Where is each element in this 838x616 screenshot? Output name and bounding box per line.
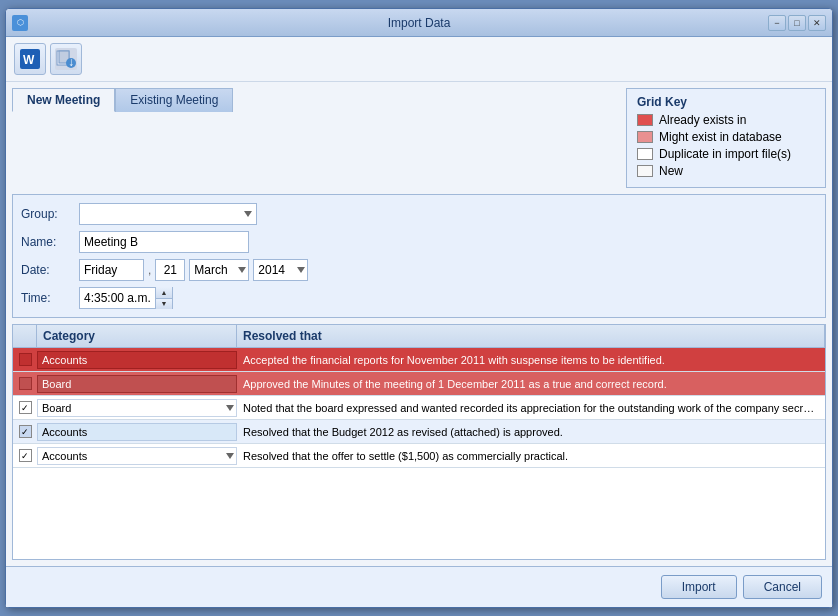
title-buttons: − □ ✕	[768, 15, 826, 31]
col-header-category: Category	[37, 325, 237, 347]
minimize-button[interactable]: −	[768, 15, 786, 31]
key-color-red	[637, 114, 653, 126]
table-row: Accounts Accepted the financial reports …	[13, 348, 825, 372]
row-3-category-select[interactable]: Board	[37, 399, 237, 417]
row-5-category-select[interactable]: Accounts	[37, 447, 237, 465]
time-row: Time: ▲ ▼	[21, 287, 817, 309]
grid-key-item-red: Already exists in	[637, 113, 815, 127]
table-row: Board Approved the Minutes of the meetin…	[13, 372, 825, 396]
row-3-check-cell: ✓	[13, 401, 37, 414]
window-title: Import Data	[388, 16, 451, 30]
date-year-select[interactable]: 2014 2013 2015	[253, 259, 308, 281]
row-5-resolved-cell: Resolved that the offer to settle ($1,50…	[237, 447, 825, 465]
date-separator-1: ,	[148, 263, 151, 277]
row-1-checkbox[interactable]	[19, 353, 32, 366]
date-day-input[interactable]	[79, 259, 144, 281]
name-label: Name:	[21, 235, 71, 249]
row-3-category-cell: Board	[37, 399, 237, 417]
row-2-checkbox[interactable]	[19, 377, 32, 390]
row-4-checkbox[interactable]: ✓	[19, 425, 32, 438]
row-5-check-cell: ✓	[13, 449, 37, 462]
time-spinner: ▲ ▼	[79, 287, 173, 309]
content-area: New Meeting Existing Meeting Grid Key Al…	[6, 82, 832, 566]
spinner-buttons: ▲ ▼	[155, 287, 172, 309]
grid-header: Category Resolved that	[13, 325, 825, 348]
title-bar-left: ⬡	[12, 15, 28, 31]
name-row: Name:	[21, 231, 817, 253]
row-1-category-select[interactable]: Accounts	[37, 351, 237, 369]
col-header-check	[13, 325, 37, 347]
grid-body: Accounts Accepted the financial reports …	[13, 348, 825, 559]
key-color-new	[637, 165, 653, 177]
grid-key-item-pink: Might exist in database	[637, 130, 815, 144]
date-num-input[interactable]	[155, 259, 185, 281]
table-row: ✓ Board Noted that the board expressed a…	[13, 396, 825, 420]
col-header-resolved: Resolved that	[237, 325, 825, 347]
name-input[interactable]	[79, 231, 249, 253]
import-icon[interactable]: ↓	[50, 43, 82, 75]
toolbar: W ↓	[6, 37, 832, 82]
date-month-select[interactable]: March January February April	[189, 259, 249, 281]
key-color-white	[637, 148, 653, 160]
footer: Import Cancel	[6, 566, 832, 607]
row-1-category-cell: Accounts	[37, 351, 237, 369]
spinner-up-button[interactable]: ▲	[156, 287, 172, 299]
group-select[interactable]	[79, 203, 257, 225]
grid-key-title: Grid Key	[637, 95, 815, 109]
form-section: Group: Name: Date: , March January	[12, 194, 826, 318]
restore-button[interactable]: □	[788, 15, 806, 31]
row-4-category-cell: Accounts	[37, 423, 237, 441]
word-icon[interactable]: W	[14, 43, 46, 75]
row-2-category-select[interactable]: Board	[37, 375, 237, 393]
group-row: Group:	[21, 203, 817, 225]
tab-existing-meeting[interactable]: Existing Meeting	[115, 88, 233, 112]
grid-key-item-new: New	[637, 164, 815, 178]
close-button[interactable]: ✕	[808, 15, 826, 31]
row-5-checkbox[interactable]: ✓	[19, 449, 32, 462]
row-4-category-select[interactable]: Accounts	[37, 423, 237, 441]
svg-text:W: W	[23, 53, 35, 67]
row-5-category-cell: Accounts	[37, 447, 237, 465]
row-3-resolved-cell: Noted that the board expressed and wante…	[237, 399, 825, 417]
row-1-check-cell	[13, 353, 37, 366]
tabs-and-grid-key: New Meeting Existing Meeting Grid Key Al…	[12, 88, 826, 188]
row-2-check-cell	[13, 377, 37, 390]
table-row: ✓ Accounts Resolved that the offer to se…	[13, 444, 825, 468]
grid-key: Grid Key Already exists in Might exist i…	[626, 88, 826, 188]
import-data-window: ⬡ Import Data − □ ✕ W ↓	[5, 8, 833, 608]
row-4-resolved-cell: Resolved that the Budget 2012 as revised…	[237, 423, 825, 441]
time-label: Time:	[21, 291, 71, 305]
time-input[interactable]	[80, 288, 155, 308]
row-2-resolved-cell: Approved the Minutes of the meeting of 1…	[237, 375, 825, 393]
spinner-down-button[interactable]: ▼	[156, 299, 172, 310]
svg-text:↓: ↓	[68, 55, 74, 69]
title-bar: ⬡ Import Data − □ ✕	[6, 9, 832, 37]
date-row: Date: , March January February April 201…	[21, 259, 817, 281]
tab-new-meeting[interactable]: New Meeting	[12, 88, 115, 112]
date-fields: , March January February April 2014 2013…	[79, 259, 308, 281]
import-button[interactable]: Import	[661, 575, 737, 599]
row-4-check-cell: ✓	[13, 425, 37, 438]
row-3-checkbox[interactable]: ✓	[19, 401, 32, 414]
cancel-button[interactable]: Cancel	[743, 575, 822, 599]
grid-key-item-white: Duplicate in import file(s)	[637, 147, 815, 161]
row-2-category-cell: Board	[37, 375, 237, 393]
app-icon: ⬡	[12, 15, 28, 31]
date-label: Date:	[21, 263, 71, 277]
grid-section: Category Resolved that Accounts Accepted…	[12, 324, 826, 560]
row-1-resolved-cell: Accepted the financial reports for Novem…	[237, 351, 825, 369]
table-row: ✓ Accounts Resolved that the Budget 2012…	[13, 420, 825, 444]
group-label: Group:	[21, 207, 71, 221]
key-color-pink	[637, 131, 653, 143]
tabs: New Meeting Existing Meeting	[12, 88, 233, 112]
